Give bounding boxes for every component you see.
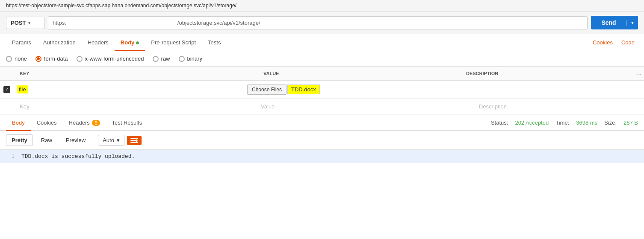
tab-prerequest[interactable]: Pre-request Script xyxy=(145,34,202,51)
send-button[interactable]: Send ▾ xyxy=(591,16,638,29)
col-more-header: ... xyxy=(631,69,644,78)
col-key-header: KEY xyxy=(14,69,257,78)
file-name-display: TDD.docx xyxy=(287,85,320,94)
value-cell: Choose Files TDD.docx xyxy=(244,82,473,97)
send-label: Send xyxy=(591,19,626,26)
placeholder-row: Key Value Description xyxy=(0,99,644,115)
line-number: 1 xyxy=(6,154,15,160)
radio-urlencoded[interactable] xyxy=(77,56,83,62)
svg-rect-2 xyxy=(130,142,138,143)
auto-select[interactable]: Auto ▾ xyxy=(98,135,124,146)
choose-files-button[interactable]: Choose Files xyxy=(247,85,287,95)
radio-formdata[interactable] xyxy=(35,56,41,62)
col-value-header: VALUE xyxy=(257,69,460,78)
url-display: https://test-objectstore-sample-svc.cfap… xyxy=(6,3,236,9)
request-tabs-row: Params Authorization Headers Body Pre-re… xyxy=(0,34,644,51)
view-preview-button[interactable]: Preview xyxy=(60,134,91,146)
method-label: POST xyxy=(11,20,26,26)
response-tabs-row: Body Cookies Headers 5 Test Results Stat… xyxy=(0,115,644,131)
svg-rect-1 xyxy=(130,140,136,141)
time-value: 3698 ms xyxy=(576,120,597,126)
tab-headers[interactable]: Headers xyxy=(82,34,115,51)
option-none[interactable]: none xyxy=(6,55,27,62)
tab-code-right[interactable]: Code xyxy=(618,34,638,51)
resp-tab-cookies[interactable]: Cookies xyxy=(31,115,63,130)
view-raw-button[interactable]: Raw xyxy=(35,134,58,146)
option-binary[interactable]: binary xyxy=(179,55,202,62)
radio-raw[interactable] xyxy=(153,56,159,62)
time-label: Time: xyxy=(555,120,569,126)
params-table: KEY VALUE DESCRIPTION ... file Choose Fi… xyxy=(0,67,644,115)
table-header: KEY VALUE DESCRIPTION ... xyxy=(0,67,644,81)
view-pretty-button[interactable]: Pretty xyxy=(6,134,33,146)
url-input[interactable] xyxy=(48,16,588,29)
tab-cookies-right[interactable]: Cookies xyxy=(589,34,616,51)
resp-tab-body[interactable]: Body xyxy=(6,115,31,130)
status-value: 202 Accepted xyxy=(515,120,549,126)
line-content: TDD.docx is successfully uploaded. xyxy=(21,153,135,160)
response-line: 1 TDD.docx is successfully uploaded. xyxy=(0,150,644,163)
key-cell: file xyxy=(14,84,244,95)
resp-tab-testresults[interactable]: Test Results xyxy=(106,115,148,130)
placeholder-value[interactable]: Value xyxy=(257,101,473,112)
key-value-highlight: file xyxy=(17,85,28,93)
tab-params[interactable]: Params xyxy=(6,34,37,51)
option-urlencoded[interactable]: x-www-form-urlencoded xyxy=(77,55,144,62)
right-tabs: Cookies Code xyxy=(589,34,638,51)
auto-arrow-icon: ▾ xyxy=(117,137,120,143)
placeholder-description[interactable]: Description xyxy=(473,101,644,112)
status-label: Status: xyxy=(491,120,508,126)
svg-rect-0 xyxy=(130,138,138,139)
tab-body[interactable]: Body xyxy=(115,34,145,51)
option-raw[interactable]: raw xyxy=(153,55,170,62)
desc-cell xyxy=(473,87,644,92)
tab-tests[interactable]: Tests xyxy=(202,34,227,51)
radio-binary[interactable] xyxy=(179,56,185,62)
auto-label: Auto xyxy=(103,137,114,143)
wrap-icon[interactable] xyxy=(127,136,142,145)
response-toolbar: Pretty Raw Preview Auto ▾ xyxy=(0,131,644,150)
checkbox-checked-icon[interactable] xyxy=(3,86,10,93)
placeholder-key[interactable]: Key xyxy=(14,101,257,112)
status-row: Status: 202 Accepted Time: 3698 ms Size:… xyxy=(491,120,638,126)
size-label: Size: xyxy=(604,120,617,126)
body-active-dot xyxy=(136,41,139,44)
col-desc-header: DESCRIPTION xyxy=(460,69,631,78)
option-formdata[interactable]: form-data xyxy=(35,55,68,62)
headers-badge: 5 xyxy=(92,120,100,126)
url-bar-top: https://test-objectstore-sample-svc.cfap… xyxy=(0,0,644,12)
table-row: file Choose Files TDD.docx xyxy=(0,81,644,99)
tab-authorization[interactable]: Authorization xyxy=(37,34,82,51)
send-dropdown-icon[interactable]: ▾ xyxy=(626,20,638,26)
method-arrow-icon: ▾ xyxy=(28,20,30,25)
size-value: 287 B xyxy=(623,120,638,126)
request-row: POST ▾ Send ▾ xyxy=(0,12,644,34)
resp-tab-headers[interactable]: Headers 5 xyxy=(63,115,106,130)
row-checkbox[interactable] xyxy=(0,86,14,93)
response-body: 1 TDD.docx is successfully uploaded. xyxy=(0,150,644,163)
body-options: none form-data x-www-form-urlencoded raw… xyxy=(0,51,644,67)
radio-none[interactable] xyxy=(6,56,12,62)
method-select[interactable]: POST ▾ xyxy=(6,17,44,29)
